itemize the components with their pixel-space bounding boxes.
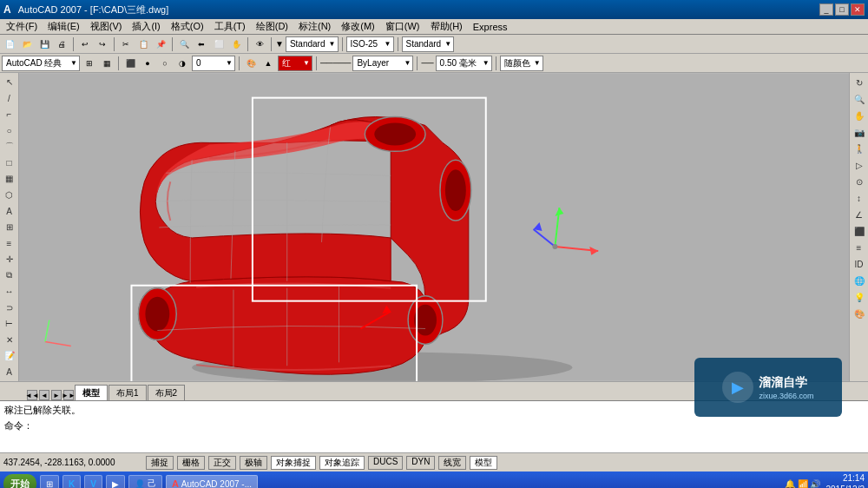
lt-erase[interactable]: ✕ xyxy=(2,333,17,348)
lt-polyline[interactable]: ⌐ xyxy=(2,107,17,122)
new-button[interactable]: 📄 xyxy=(2,36,17,52)
menu-edit[interactable]: 编辑(E) xyxy=(43,19,84,34)
rt-orbit[interactable]: ↻ xyxy=(852,75,867,90)
rt-light[interactable]: 💡 xyxy=(852,289,867,305)
tab-nav-prev[interactable]: ◄ xyxy=(39,390,49,400)
tb-icon2[interactable]: ▦ xyxy=(99,56,115,71)
model-button[interactable]: 模型 xyxy=(470,456,497,470)
text-style-dropdown[interactable]: Standard ▼ xyxy=(402,36,455,52)
taskbar-k-btn[interactable]: K xyxy=(62,475,81,488)
pan[interactable]: ✋ xyxy=(228,36,244,52)
zoom-window[interactable]: ⬜ xyxy=(211,36,227,52)
cut-button[interactable]: ✂ xyxy=(118,36,134,52)
paste-button[interactable]: 📌 xyxy=(153,36,168,52)
rt-id[interactable]: ID xyxy=(852,256,867,272)
maximize-button[interactable]: □ xyxy=(835,3,849,16)
lt-hatch[interactable]: ▦ xyxy=(2,171,17,187)
lw-button[interactable]: 线宽 xyxy=(438,456,466,470)
rt-render[interactable]: 🌐 xyxy=(852,273,867,288)
rt-list[interactable]: ≡ xyxy=(852,240,867,255)
menu-help[interactable]: 帮助(H) xyxy=(426,19,467,34)
rt-constraint[interactable]: ⊙ xyxy=(852,174,867,189)
copy-button[interactable]: 📋 xyxy=(135,36,151,52)
lt-offset[interactable]: ⊃ xyxy=(2,300,17,315)
color-btn1[interactable]: 🎨 xyxy=(243,56,259,71)
tab-model[interactable]: 模型 xyxy=(75,385,108,400)
tab-nav-last[interactable]: ►► xyxy=(63,390,74,400)
taskbar-play-btn[interactable]: ▶ xyxy=(106,475,125,488)
layer-btn2[interactable]: ● xyxy=(140,56,155,71)
rt-distance[interactable]: ↕ xyxy=(852,190,867,206)
lt-circle[interactable]: ○ xyxy=(2,123,17,139)
tab-nav-next[interactable]: ► xyxy=(51,390,62,400)
ortho-button[interactable]: 正交 xyxy=(208,456,236,470)
menu-insert[interactable]: 插入(I) xyxy=(128,19,164,34)
lt-attdef[interactable]: ≡ xyxy=(2,235,17,251)
menu-window[interactable]: 窗口(W) xyxy=(381,19,424,34)
rt-showmot[interactable]: ▷ xyxy=(852,157,867,173)
osnap-button[interactable]: 对象捕捉 xyxy=(271,456,316,470)
taskbar-v-btn[interactable]: V xyxy=(84,475,102,488)
print-button[interactable]: 🖨 xyxy=(54,36,69,52)
open-button[interactable]: 📂 xyxy=(19,36,35,52)
lt-insert[interactable]: ⊞ xyxy=(2,220,17,235)
lt-rect[interactable]: □ xyxy=(2,155,17,171)
viewport[interactable] xyxy=(19,73,849,381)
lt-arrow[interactable]: ↖ xyxy=(2,75,17,90)
named-views[interactable]: 👁 xyxy=(252,36,267,52)
lt-copy[interactable]: ⧉ xyxy=(2,267,17,283)
grid-button[interactable]: 栅格 xyxy=(177,456,205,470)
close-button[interactable]: ✕ xyxy=(851,3,865,16)
menu-view[interactable]: 视图(V) xyxy=(86,19,127,34)
dyn-button[interactable]: DYN xyxy=(406,456,435,470)
zoom-realtime[interactable]: 🔍 xyxy=(176,36,192,52)
rt-mat[interactable]: 🎨 xyxy=(852,306,867,321)
menu-format[interactable]: 格式(O) xyxy=(167,19,208,34)
rt-angle[interactable]: ∠ xyxy=(852,207,867,222)
color-btn2[interactable]: ▲ xyxy=(260,56,276,71)
tb-icon1[interactable]: ⊞ xyxy=(82,56,97,71)
tab-layout2[interactable]: 布局2 xyxy=(148,385,186,400)
rt-camera[interactable]: 📷 xyxy=(852,124,867,140)
dim-style-dropdown[interactable]: ISO-25 ▼ xyxy=(346,36,394,52)
tab-layout1[interactable]: 布局1 xyxy=(108,385,147,400)
layer-manager[interactable]: ⬛ xyxy=(122,56,138,71)
menu-dim[interactable]: 标注(N) xyxy=(294,19,335,34)
layer-dropdown[interactable]: 0 ▼ xyxy=(192,56,235,71)
lt-text[interactable]: A xyxy=(2,203,17,219)
menu-file[interactable]: 文件(F) xyxy=(2,19,42,34)
menu-tools[interactable]: 工具(T) xyxy=(210,19,250,34)
undo-button[interactable]: ↩ xyxy=(77,36,93,52)
taskbar-autocad-btn[interactable]: A AutoCAD 2007 -... xyxy=(166,475,258,488)
menu-modify[interactable]: 修改(M) xyxy=(337,19,379,34)
lt-mirror[interactable]: ↔ xyxy=(2,284,17,300)
lt-spell[interactable]: 📝 xyxy=(2,348,17,364)
snap-button[interactable]: 捕捉 xyxy=(146,456,174,470)
rt-zoom[interactable]: 🔍 xyxy=(852,91,867,107)
minimize-button[interactable]: _ xyxy=(819,3,833,16)
rt-walk[interactable]: 🚶 xyxy=(852,141,867,156)
menu-express[interactable]: Express xyxy=(469,21,512,33)
menu-draw[interactable]: 绘图(D) xyxy=(252,19,293,34)
workspace-dropdown[interactable]: AutoCAD 经典 ▼ xyxy=(2,56,80,71)
zoom-prev[interactable]: ⬅ xyxy=(194,36,209,52)
start-button[interactable]: 开始 xyxy=(3,474,36,488)
redo-button[interactable]: ↪ xyxy=(95,36,110,52)
plotstyle-dropdown[interactable]: 随颜色 ▼ xyxy=(500,56,543,71)
rt-pan[interactable]: ✋ xyxy=(852,108,867,123)
lt-trim[interactable]: ⊢ xyxy=(2,316,17,332)
linetype-dropdown[interactable]: ByLayer ▼ xyxy=(352,56,413,71)
polar-button[interactable]: 极轴 xyxy=(240,456,267,470)
layer-btn4[interactable]: ◑ xyxy=(174,56,190,71)
visual-style-dropdown[interactable]: Standard ▼ xyxy=(286,36,339,52)
taskbar-windows-btn[interactable]: ⊞ xyxy=(40,475,59,488)
taskbar-user-btn[interactable]: 👤 己 xyxy=(128,475,162,488)
lt-region[interactable]: ⬡ xyxy=(2,188,17,203)
save-button[interactable]: 💾 xyxy=(36,36,52,52)
lt-zoom-obj[interactable]: A xyxy=(2,365,17,380)
lt-line[interactable]: / xyxy=(2,91,17,107)
lineweight-dropdown[interactable]: 0.50 毫米 ▼ xyxy=(436,56,492,71)
color-dropdown[interactable]: 红 ▼ xyxy=(278,56,312,71)
lt-arc[interactable]: ⌒ xyxy=(2,139,17,155)
rt-area[interactable]: ⬛ xyxy=(852,223,867,239)
